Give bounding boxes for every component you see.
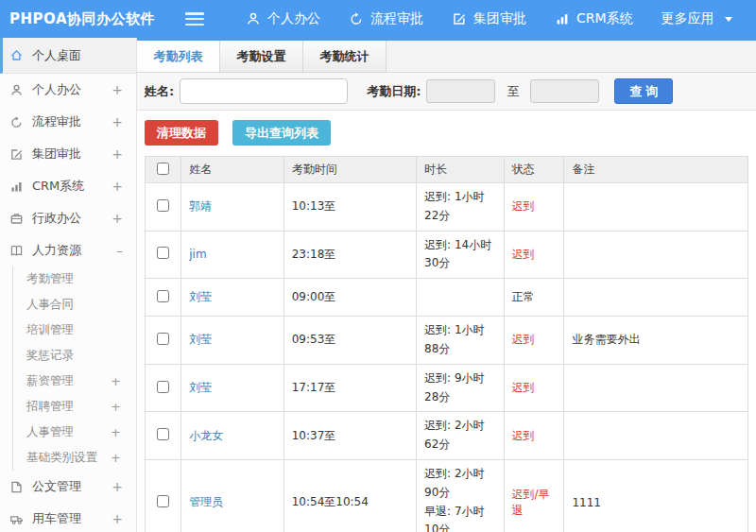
row-checkbox[interactable] [157, 428, 169, 440]
cell-name: 小龙女 [181, 412, 284, 460]
row-checkbox[interactable] [157, 495, 169, 507]
tab-2[interactable]: 考勤统计 [303, 41, 387, 72]
doc-icon [9, 480, 24, 494]
col-header-time: 考勤时间 [284, 157, 416, 183]
sidebar-subitem-3[interactable]: 奖惩记录 [13, 343, 136, 369]
row-checkbox[interactable] [157, 381, 169, 393]
sidebar-item-4[interactable]: CRM系统+ [0, 170, 136, 202]
chart-icon [555, 11, 570, 26]
sidebar-item-label: 行政办公 [32, 210, 81, 227]
nav-item-4[interactable]: 更多应用 [662, 10, 732, 27]
expand-icon[interactable]: + [111, 400, 136, 414]
clean-data-button[interactable]: 清理数据 [145, 120, 218, 146]
expand-icon[interactable]: + [111, 425, 136, 439]
cell-name: 刘莹 [181, 279, 284, 317]
nav-item-label: 个人办公 [267, 10, 320, 27]
expand-icon[interactable]: + [112, 179, 136, 194]
table-row: 刘莹17:17至迟到: 9小时28分迟到 [146, 364, 748, 412]
sidebar-item-0[interactable]: 个人桌面 [0, 38, 136, 74]
employee-name-link[interactable]: jim [189, 248, 206, 261]
sidebar-subitem-2[interactable]: 培训管理 [13, 317, 136, 343]
select-all-checkbox[interactable] [157, 163, 169, 175]
cell-name: 郭靖 [181, 183, 284, 232]
sidebar-item-8[interactable]: 用车管理+ [0, 503, 136, 532]
expand-icon[interactable]: + [112, 479, 136, 494]
sidebar-subitem-5[interactable]: 招聘管理+ [13, 394, 136, 420]
employee-name-link[interactable]: 刘莹 [189, 333, 212, 346]
row-checkbox[interactable] [157, 247, 169, 259]
cell-duration: 迟到: 1小时88分 [417, 317, 505, 365]
nav-item-label: 更多应用 [662, 10, 714, 27]
nav-item-2[interactable]: 集团审批 [452, 10, 526, 27]
top-nav: 个人办公流程审批集团审批CRM系统更多应用 [217, 10, 732, 27]
menu-icon[interactable] [185, 12, 204, 26]
row-checkbox[interactable] [157, 199, 169, 212]
tab-1[interactable]: 考勤设置 [220, 41, 303, 72]
sidebar-item-1[interactable]: 个人办公+ [0, 74, 136, 106]
query-button[interactable]: 查 询 [614, 78, 673, 104]
row-checkbox[interactable] [157, 290, 169, 302]
sidebar-item-5[interactable]: 行政办公+ [0, 202, 136, 234]
row-checkbox[interactable] [157, 333, 169, 345]
cell-duration: 迟到: 14小时30分 [417, 231, 505, 279]
car-icon [9, 512, 24, 526]
expand-icon[interactable]: + [112, 211, 136, 226]
employee-name-link[interactable]: 刘莹 [189, 381, 212, 394]
sidebar-subitem-label: 人事管理 [26, 424, 74, 440]
employee-name-link[interactable]: 管理员 [189, 495, 223, 508]
row-checkbox-cell [146, 459, 181, 532]
sidebar-subitem-7[interactable]: 基础类别设置+ [13, 445, 136, 471]
sidebar-subitem-label: 基础类别设置 [26, 450, 97, 466]
sidebar-item-label: 用车管理 [32, 510, 81, 527]
employee-name-link[interactable]: 小龙女 [189, 429, 223, 442]
expand-icon[interactable]: + [112, 82, 136, 97]
export-list-button[interactable]: 导出查询列表 [232, 120, 331, 146]
name-filter-label: 姓名: [145, 83, 174, 100]
sidebar-subitem-0[interactable]: 考勤管理 [13, 266, 136, 292]
sidebar-item-3[interactable]: 集团审批+ [0, 138, 136, 170]
sidebar-item-label: 流程审批 [32, 113, 81, 130]
tab-0[interactable]: 考勤列表 [137, 41, 220, 72]
action-bar: 清理数据 导出查询列表 [137, 111, 756, 156]
cell-time: 10:54至10:54 [284, 459, 416, 532]
sidebar-subitem-6[interactable]: 人事管理+ [13, 420, 136, 445]
nav-item-0[interactable]: 个人办公 [246, 10, 320, 27]
employee-name-link[interactable]: 刘莹 [189, 290, 212, 303]
sidebar-item-7[interactable]: 公文管理+ [0, 471, 136, 503]
sidebar-subitem-1[interactable]: 人事合同 [13, 292, 136, 317]
cell-name: 刘莹 [181, 364, 284, 412]
expand-icon[interactable]: + [112, 511, 136, 526]
sidebar-item-2[interactable]: 流程审批+ [0, 106, 136, 138]
collapse-icon[interactable]: – [116, 243, 136, 258]
cell-name: jim [181, 231, 284, 279]
edit-icon [452, 11, 467, 26]
expand-icon[interactable]: + [111, 374, 136, 388]
attendance-table: 姓名 考勤时间 时长 状态 备注 郭靖10:13至迟到: 1小时22分迟到jim… [145, 156, 748, 532]
nav-item-1[interactable]: 流程审批 [349, 10, 423, 27]
expand-icon[interactable]: + [111, 451, 136, 465]
date-from-input[interactable] [426, 79, 495, 103]
chart-icon [9, 180, 24, 194]
expand-icon[interactable]: + [112, 114, 136, 129]
name-filter-input[interactable] [180, 78, 348, 104]
nav-item-label: CRM系统 [576, 10, 633, 27]
sidebar-subitem-4[interactable]: 薪资管理+ [13, 369, 136, 394]
date-to-input[interactable] [530, 79, 599, 103]
sidebar-item-label: CRM系统 [32, 178, 84, 195]
table-header-row: 姓名 考勤时间 时长 状态 备注 [146, 157, 748, 183]
col-header-status: 状态 [504, 157, 564, 183]
employee-name-link[interactable]: 郭靖 [189, 199, 212, 213]
table-row: 刘莹09:53至迟到: 1小时88分迟到业务需要外出 [146, 317, 748, 365]
app-window: PHPOA协同办公软件 个人办公流程审批集团审批CRM系统更多应用 个人桌面个人… [0, 0, 756, 532]
sidebar-subitem-label: 招聘管理 [26, 399, 74, 415]
cell-status: 正常 [504, 279, 564, 317]
cell-time: 09:00至 [284, 279, 416, 317]
briefcase-icon [9, 212, 24, 226]
sidebar-item-6[interactable]: 人力资源– [0, 234, 136, 266]
cell-note [564, 231, 748, 279]
flow-icon [9, 115, 24, 129]
nav-item-3[interactable]: CRM系统 [555, 10, 633, 27]
expand-icon[interactable]: + [112, 146, 136, 162]
nav-item-label: 集团审批 [473, 10, 526, 27]
row-checkbox-cell [146, 279, 181, 317]
